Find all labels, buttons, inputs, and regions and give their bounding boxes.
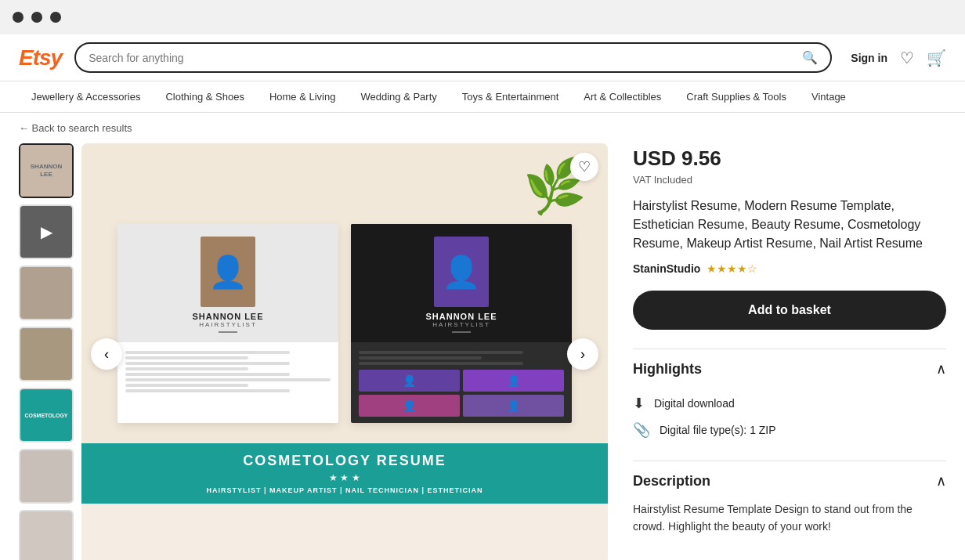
top-bar — [0, 0, 965, 34]
description-section-header[interactable]: Description ∧ — [633, 461, 946, 500]
header-actions: Sign in ♡ 🛒 — [851, 49, 946, 67]
product-info: USD 9.56 VAT Included Hairstylist Resume… — [633, 143, 946, 560]
product-title: Hairstylist Resume, Modern Resume Templa… — [633, 197, 946, 253]
thumbnail-7[interactable] — [19, 510, 74, 560]
highlights-title: Highlights — [633, 361, 702, 378]
seller-name[interactable]: StaninStudio — [633, 262, 700, 275]
next-arrow-button[interactable]: › — [567, 338, 598, 370]
favorite-button[interactable]: ♡ — [570, 153, 598, 181]
sign-in-button[interactable]: Sign in — [851, 52, 887, 64]
description-toggle[interactable]: ∧ — [936, 472, 946, 490]
nav-item-jewellery[interactable]: Jewellery & Accessories — [19, 81, 153, 112]
window-dot-1 — [13, 12, 23, 23]
highlight-digital-download-label: Digital download — [654, 397, 735, 410]
search-bar: 🔍 — [74, 42, 832, 73]
banner-title: COSMETOLOGY RESUME — [94, 453, 595, 469]
highlight-digital-download: ⬇ Digital download — [633, 395, 946, 412]
nav-item-art[interactable]: Art & Collectibles — [571, 81, 674, 112]
play-icon: ▶ — [20, 206, 72, 258]
nav-item-clothing[interactable]: Clothing & Shoes — [153, 81, 256, 112]
wishlist-icon[interactable]: ♡ — [900, 49, 914, 67]
resume-card-dark: 👤 SHANNON LEE HAIRSTYLIST — [351, 224, 572, 423]
highlight-file-type: 📎 Digital file type(s): 1 ZIP — [633, 421, 946, 439]
product-gallery: SHANNON LEE ▶ COSMETOLOGY — [19, 143, 608, 560]
basket-icon[interactable]: 🛒 — [927, 49, 946, 67]
thumbnail-6[interactable] — [19, 449, 74, 504]
seller-row: StaninStudio ★★★★☆ — [633, 262, 946, 275]
add-to-basket-button[interactable]: Add to basket — [633, 291, 946, 330]
nav-item-craft[interactable]: Craft Supplies & Tools — [674, 81, 799, 112]
description-section: Description ∧ Hairstylist Resume Templat… — [633, 461, 946, 548]
nav-item-vintage[interactable]: Vintage — [799, 81, 858, 112]
thumbnail-1[interactable]: SHANNON LEE — [19, 143, 74, 198]
thumbnail-3[interactable] — [19, 266, 74, 320]
window-dot-3 — [50, 12, 61, 23]
thumbnail-list: SHANNON LEE ▶ COSMETOLOGY — [19, 143, 74, 560]
vat-label: VAT Included — [633, 174, 946, 186]
prev-arrow-button[interactable]: ‹ — [91, 338, 122, 370]
etsy-logo[interactable]: Etsy — [19, 45, 62, 70]
description-text: Hairstylist Resume Template Design to st… — [633, 500, 946, 548]
main-nav: Jewellery & Accessories Clothing & Shoes… — [0, 81, 965, 113]
breadcrumb[interactable]: ← Back to search results — [19, 122, 946, 134]
nav-item-wedding[interactable]: Wedding & Party — [348, 81, 449, 112]
resume-card1-name: SHANNON LEE — [127, 312, 329, 321]
thumbnail-2[interactable]: ▶ — [19, 204, 74, 259]
nav-item-toys[interactable]: Toys & Entertainment — [450, 81, 572, 112]
search-input[interactable] — [89, 52, 796, 64]
window-dot-2 — [31, 12, 42, 23]
teal-banner: COSMETOLOGY RESUME ★ ★ ★ HAIRSTYLIST | M… — [81, 443, 608, 504]
resume-mockup: 👤 SHANNON LEE HAIRSTYLIST — [117, 224, 572, 423]
thumbnail-4[interactable] — [19, 327, 74, 381]
highlights-list: ⬇ Digital download 📎 Digital file type(s… — [633, 388, 946, 461]
product-price: USD 9.56 — [633, 146, 946, 171]
highlights-section-header: Highlights ∧ — [633, 349, 946, 388]
nav-item-home[interactable]: Home & Living — [257, 81, 349, 112]
banner-sub: HAIRSTYLIST | MAKEUP ARTIST | NAIL TECHN… — [94, 486, 595, 494]
highlight-file-type-label: Digital file type(s): 1 ZIP — [660, 424, 776, 436]
header: Etsy 🔍 Sign in ♡ 🛒 — [0, 34, 965, 81]
seller-rating: ★★★★☆ — [707, 262, 757, 275]
highlights-toggle[interactable]: ∧ — [936, 360, 946, 378]
description-title: Description — [633, 473, 710, 490]
search-icon[interactable]: 🔍 — [802, 50, 818, 65]
resume-card2-title: HAIRSTYLIST — [360, 321, 562, 328]
banner-dots: ★ ★ ★ — [94, 472, 595, 483]
resume-card1-title: HAIRSTYLIST — [127, 321, 329, 328]
main-image-container: 🌿 👤 SHANNON LEE HAIRSTYLIST — [81, 143, 608, 560]
main-content: SHANNON LEE ▶ COSMETOLOGY — [0, 143, 965, 560]
resume-card-light: 👤 SHANNON LEE HAIRSTYLIST — [117, 224, 338, 423]
resume-card2-name: SHANNON LEE — [360, 312, 562, 321]
download-icon: ⬇ — [633, 395, 645, 412]
thumbnail-5[interactable]: COSMETOLOGY — [19, 388, 74, 443]
breadcrumb-bar: ← Back to search results — [0, 113, 965, 143]
file-icon: 📎 — [633, 421, 650, 439]
product-image: 🌿 👤 SHANNON LEE HAIRSTYLIST — [81, 143, 608, 504]
